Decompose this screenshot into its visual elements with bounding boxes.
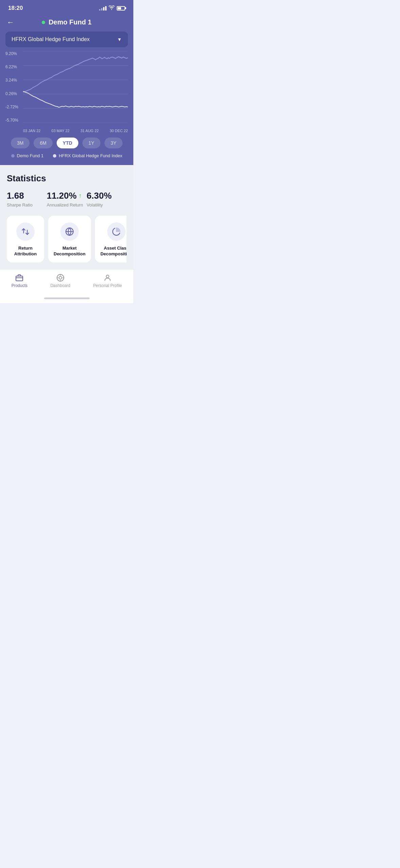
home-bar xyxy=(44,297,90,299)
card-market-decomposition[interactable]: MarketDecomposition xyxy=(48,216,91,263)
page-header: ← Demo Fund 1 xyxy=(0,14,133,32)
statistics-section: Statistics 1.68 Sharpe Ratio 11.20% ↑ An… xyxy=(0,165,133,269)
x-label-3: 31 AUG 22 xyxy=(80,129,99,133)
legend-label-hfrx: HFRX Global Hedge Fund Index xyxy=(59,153,122,158)
nav-dashboard[interactable]: Dashboard xyxy=(50,274,70,288)
period-buttons: 3M 6M YTD 1Y 3Y xyxy=(5,138,128,148)
swap-icon xyxy=(21,227,30,236)
stat-annualized: 11.20% ↑ Annualized Return xyxy=(47,191,87,207)
nav-products[interactable]: Products xyxy=(12,274,27,288)
legend-hfrx: HFRX Global Hedge Fund Index xyxy=(53,153,122,158)
status-time: 18:20 xyxy=(8,5,23,12)
sharpe-value: 1.68 xyxy=(7,191,47,201)
x-axis-labels: 03 JAN 22 03 MAY 22 31 AUG 22 30 DEC 22 xyxy=(23,129,128,133)
y-label-5: -2.72% xyxy=(5,105,18,109)
x-label-1: 03 JAN 22 xyxy=(23,129,40,133)
fund-name: Demo Fund 1 xyxy=(49,18,92,26)
person-icon xyxy=(103,274,112,282)
dashboard-icon xyxy=(56,274,64,282)
wifi-icon xyxy=(109,5,115,11)
status-bar: 18:20 xyxy=(0,0,133,14)
card-asset-class-decomposition[interactable]: Asset ClassDecomposition xyxy=(95,216,127,263)
fund-status-dot xyxy=(42,21,45,24)
nav-personal-profile-label: Personal Profile xyxy=(93,283,122,288)
return-attribution-label: ReturnAttribution xyxy=(14,246,37,257)
y-label-1: 9.20% xyxy=(5,51,18,56)
market-decomposition-icon-circle xyxy=(60,222,79,241)
svg-point-12 xyxy=(106,275,109,278)
pie-chart-icon xyxy=(112,227,121,236)
legend-fund1: Demo Fund 1 xyxy=(11,153,44,158)
card-return-attribution[interactable]: ReturnAttribution xyxy=(7,216,44,263)
volatility-value: 6.30% xyxy=(87,191,127,201)
legend-label-fund1: Demo Fund 1 xyxy=(17,153,44,158)
battery-icon xyxy=(117,6,125,11)
return-attribution-icon-circle xyxy=(16,222,35,241)
chart-lines xyxy=(23,51,128,123)
dropdown-label: HFRX Global Hedge Fund Index xyxy=(12,36,90,42)
nav-dashboard-label: Dashboard xyxy=(50,283,70,288)
period-3y-button[interactable]: 3Y xyxy=(104,138,122,148)
feature-cards: ReturnAttribution MarketDecomposition As… xyxy=(7,216,127,264)
volatility-label: Volatility xyxy=(87,202,127,207)
stat-volatility: 6.30% Volatility xyxy=(87,191,127,207)
legend-dot-fund1 xyxy=(11,154,15,158)
asset-class-icon-circle xyxy=(107,222,126,241)
x-label-4: 30 DEC 22 xyxy=(110,129,128,133)
period-6m-button[interactable]: 6M xyxy=(34,138,52,148)
header-title: Demo Fund 1 xyxy=(42,18,92,26)
chevron-down-icon: ▼ xyxy=(117,37,122,42)
home-indicator xyxy=(0,295,133,303)
market-decomposition-label: MarketDecomposition xyxy=(54,246,85,257)
stats-grid: 1.68 Sharpe Ratio 11.20% ↑ Annualized Re… xyxy=(7,191,127,207)
period-1y-button[interactable]: 1Y xyxy=(82,138,100,148)
period-3m-button[interactable]: 3M xyxy=(11,138,30,148)
svg-rect-8 xyxy=(16,276,23,281)
globe-icon xyxy=(65,227,74,236)
up-arrow-icon: ↑ xyxy=(79,192,82,199)
status-icons xyxy=(99,5,125,11)
y-label-3: 3.24% xyxy=(5,78,18,83)
chart-svg-container xyxy=(23,51,128,123)
asset-class-label: Asset ClassDecomposition xyxy=(100,246,127,257)
annualized-value: 11.20% ↑ xyxy=(47,191,87,201)
y-label-2: 6.22% xyxy=(5,65,18,69)
performance-chart: 9.20% 6.22% 3.24% 0.26% -2.72% -5.70% xyxy=(5,51,128,133)
briefcase-icon xyxy=(15,274,23,282)
chart-section: HFRX Global Hedge Fund Index ▼ 9.20% 6.2… xyxy=(0,32,133,165)
statistics-title: Statistics xyxy=(7,173,127,184)
nav-products-label: Products xyxy=(12,283,27,288)
signal-bars-icon xyxy=(99,6,107,11)
y-label-6: -5.70% xyxy=(5,118,18,123)
y-axis-labels: 9.20% 6.22% 3.24% 0.26% -2.72% -5.70% xyxy=(5,51,18,123)
index-dropdown[interactable]: HFRX Global Hedge Fund Index ▼ xyxy=(5,32,128,47)
chart-legend: Demo Fund 1 HFRX Global Hedge Fund Index xyxy=(5,153,128,158)
y-label-4: 0.26% xyxy=(5,91,18,96)
stat-sharpe: 1.68 Sharpe Ratio xyxy=(7,191,47,207)
x-label-2: 03 MAY 22 xyxy=(52,129,70,133)
legend-dot-hfrx xyxy=(53,154,56,158)
nav-personal-profile[interactable]: Personal Profile xyxy=(93,274,122,288)
back-button[interactable]: ← xyxy=(7,18,14,27)
sharpe-label: Sharpe Ratio xyxy=(7,202,47,207)
annualized-label: Annualized Return xyxy=(47,202,87,207)
svg-point-11 xyxy=(59,276,62,279)
bottom-nav: Products Dashboard Personal Profile xyxy=(0,269,133,295)
period-ytd-button[interactable]: YTD xyxy=(57,138,78,148)
